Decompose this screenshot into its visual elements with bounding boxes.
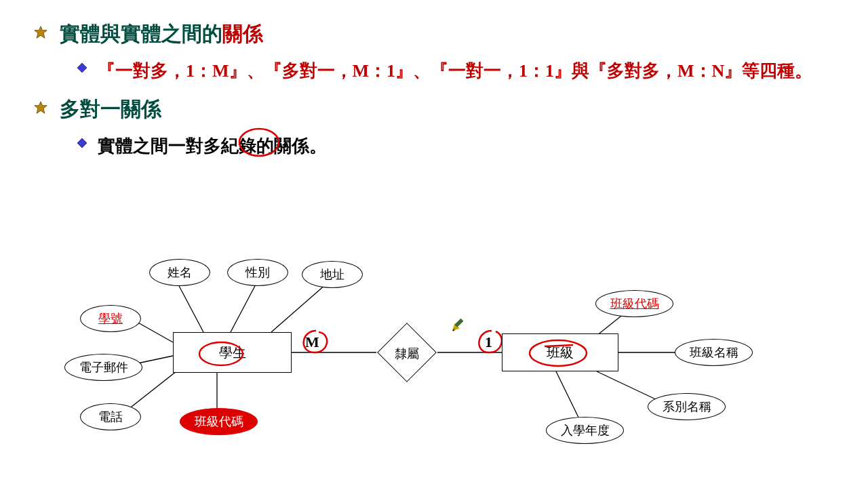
svg-marker-0 xyxy=(35,26,47,39)
svg-marker-1 xyxy=(77,63,87,73)
star-bullet-icon xyxy=(34,101,47,115)
svg-line-7 xyxy=(271,285,326,332)
section-2-title-text: 多對一關係 xyxy=(60,96,161,123)
section-1-title: 實體與實體之間的關係 xyxy=(34,20,834,48)
attr-gender: 性別 xyxy=(227,259,288,286)
attr-class-code: 班級代碼 xyxy=(595,290,673,317)
cardinality-m: M xyxy=(305,333,319,351)
attr-dept-name: 系別名稱 xyxy=(648,393,726,420)
star-bullet-icon xyxy=(34,26,47,39)
entity-student: 學生 xyxy=(173,332,292,373)
entity-class: 班級 xyxy=(502,333,618,371)
svg-line-5 xyxy=(178,283,203,332)
attr-address: 地址 xyxy=(302,261,363,288)
er-diagram: 學生 姓名 性別 地址 學號 電子郵件 電話 班級代碼 隸屬 M 1 班級 班級… xyxy=(0,251,868,481)
attr-class-code-fk: 班級代碼 xyxy=(180,408,258,435)
attr-email: 電子郵件 xyxy=(64,354,142,381)
relationship-belongs: 隸屬 xyxy=(376,332,437,373)
attr-name: 姓名 xyxy=(149,259,210,286)
attr-class-name: 班級名稱 xyxy=(675,339,753,366)
section-1-title-prefix: 實體與實體之間的 xyxy=(60,22,222,45)
attr-enroll-year: 入學年度 xyxy=(546,417,624,444)
diamond-bullet-icon xyxy=(77,63,87,73)
pencil-cursor-icon xyxy=(451,317,466,332)
section-2-title: 多對一關係 xyxy=(34,96,834,123)
diamond-bullet-icon xyxy=(77,138,87,148)
cardinality-1: 1 xyxy=(485,333,492,351)
section-2-sub-text: 實體之間一對多紀錄的關係。 xyxy=(98,136,327,156)
section-1-sub-text: 『一對多，1：M』、『多對一，M：1』、『一對一，1：1』與『多對多，M：N』等… xyxy=(98,56,812,86)
section-1-title-red: 關係 xyxy=(222,22,263,45)
svg-marker-3 xyxy=(77,138,87,148)
attr-phone: 電話 xyxy=(80,403,141,430)
section-1-sub: 『一對多，1：M』、『多對一，M：1』、『一對一，1：1』與『多對多，M：N』等… xyxy=(77,56,834,86)
svg-marker-2 xyxy=(35,102,47,114)
svg-line-6 xyxy=(231,285,256,332)
svg-rect-22 xyxy=(454,319,463,327)
attr-student-id: 學號 xyxy=(80,305,141,332)
section-2-sub: 實體之間一對多紀錄的關係。 xyxy=(77,131,834,161)
